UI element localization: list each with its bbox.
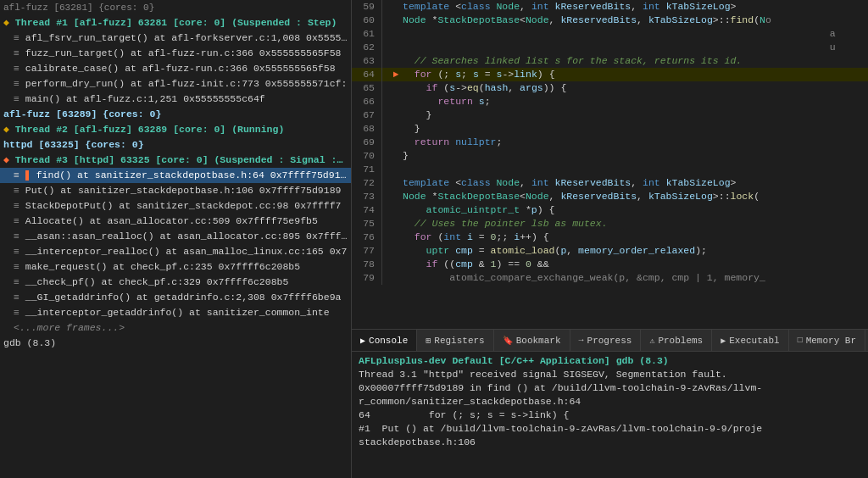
line-gutter: [389, 136, 403, 149]
code-line-77: 77 uptr cmp = atomic_load(p, memory_orde…: [352, 244, 868, 258]
code-line-72: 72template <class Node, int kReservedBit…: [352, 176, 868, 190]
tab-label-progress: Progress: [587, 336, 632, 346]
console-icon: ▶: [360, 336, 365, 346]
thread-1-arrow: ◆: [3, 17, 15, 28]
tab-memory[interactable]: □Memory Br: [789, 330, 865, 351]
frame-interceptor-realloc[interactable]: __interceptor_realloc() at asan_malloc_l…: [0, 244, 351, 259]
line-gutter: [389, 27, 403, 41]
code-line-69: 69 return nullptr;: [352, 136, 868, 149]
line-number: 73: [352, 190, 382, 203]
console-line-2: r_common/sanitizer_stackdepotbase.h:64: [359, 395, 861, 409]
tab-console[interactable]: ▶Console: [352, 330, 417, 351]
line-number: 75: [352, 217, 382, 231]
code-line-61: 61 a: [352, 27, 868, 41]
line-number: 77: [352, 244, 382, 258]
code-line-71: 71: [352, 163, 868, 176]
line-gutter: [389, 108, 403, 122]
code-content: }: [403, 122, 868, 136]
code-line-67: 67 }: [352, 108, 868, 122]
frame-main[interactable]: main() at afl-fuzz.c:1,251 0x55555555c64…: [0, 92, 351, 107]
line-gutter: [389, 258, 403, 271]
line-number: 61: [352, 27, 382, 41]
frame-put[interactable]: Put() at sanitizer_stackdepotbase.h:106 …: [0, 183, 351, 198]
code-content: }: [403, 108, 868, 122]
line-gutter: [389, 190, 403, 203]
line-number: 59: [352, 0, 382, 14]
code-line-73: 73Node *StackDepotBase<Node, kReservedBi…: [352, 190, 868, 203]
truncated-top: afl-fuzz [63281] {cores: 0}: [0, 0, 351, 15]
code-content: if (s->eq(hash, args)) {: [403, 81, 868, 95]
httpd-group: httpd [63325] {cores: 0}: [0, 137, 351, 153]
code-content: return s;: [403, 95, 868, 108]
tab-problems[interactable]: ⚠Problems: [641, 330, 712, 351]
frame-make-request[interactable]: make_request() at check_pf.c:235 0x7ffff…: [0, 259, 351, 275]
line-number: 76: [352, 231, 382, 244]
console-line-1: 0x00007ffff75d9189 in find () at /build/…: [359, 381, 861, 395]
code-editor[interactable]: 59template <class Node, int kReservedBit…: [352, 0, 868, 329]
line-gutter: [389, 244, 403, 258]
frame-asan-realloc[interactable]: __asan::asan_realloc() at asan_allocator…: [0, 229, 351, 244]
code-content: if ((cmp & 1) == 0 &&: [403, 258, 868, 271]
gdb-version: gdb (8.3): [0, 336, 351, 351]
line-number: 69: [352, 136, 382, 149]
console-line-4: #1 Put () at /build/llvm-toolchain-9-zAv…: [359, 422, 861, 436]
line-gutter: [389, 95, 403, 108]
line-gutter: [389, 122, 403, 136]
code-line-59: 59template <class Node, int kReservedBit…: [352, 0, 868, 14]
code-content: template <class Node, int kReservedBits,…: [403, 176, 868, 190]
tab-label-problems: Problems: [658, 336, 703, 346]
line-number: 67: [352, 108, 382, 122]
right-panel: 59template <class Node, int kReservedBit…: [352, 0, 868, 478]
line-number: 72: [352, 176, 382, 190]
thread-3-arrow: ◆: [3, 154, 15, 165]
line-number: 63: [352, 54, 382, 68]
tab-progress[interactable]: →Progress: [570, 330, 642, 351]
line-gutter: [389, 54, 403, 68]
code-line-74: 74 atomic_uintptr_t *p) {: [352, 203, 868, 217]
line-number: 78: [352, 258, 382, 271]
tab-registers[interactable]: ⊞Registers: [417, 330, 493, 351]
code-line-75: 75 // Uses the pointer lsb as mutex.: [352, 217, 868, 231]
tab-executable[interactable]: ▶Executabl: [712, 330, 788, 351]
thread-2-header[interactable]: ◆ Thread #2 [afl-fuzz] 63289 [core: 0] (…: [0, 122, 351, 137]
line-gutter: [389, 81, 403, 95]
console-line-0: Thread 3.1 "httpd" received signal SIGSE…: [359, 368, 861, 381]
line-gutter: [389, 14, 403, 27]
line-number: 66: [352, 95, 382, 108]
code-line-76: 76 for (int i = 0;; i++) {: [352, 231, 868, 244]
tab-bookmark[interactable]: 🔖Bookmark: [494, 330, 570, 351]
tab-label-console: Console: [369, 336, 408, 346]
frame-stackdepotput[interactable]: StackDepotPut() at sanitizer_stackdepot.…: [0, 198, 351, 214]
progress-icon: →: [579, 336, 584, 345]
console-line-5: stackdepotbase.h:106: [359, 436, 861, 449]
bookmark-icon: 🔖: [503, 336, 513, 346]
line-gutter: ►: [389, 68, 403, 81]
code-content: // Searches linked list s for the stack,…: [403, 54, 868, 68]
thread-1-header[interactable]: ◆ Thread #1 [afl-fuzz] 63281 [core: 0] (…: [0, 15, 351, 31]
selected-frame[interactable]: find() at sanitizer_stackdepotbase.h:64 …: [0, 168, 351, 183]
frame-fuzz-run[interactable]: fuzz_run_target() at afl-fuzz-run.c:366 …: [0, 46, 351, 61]
frame-allocate[interactable]: Allocate() at asan_allocator.cc:509 0x7f…: [0, 214, 351, 229]
memory-icon: □: [798, 336, 803, 345]
code-line-66: 66 return s;: [352, 95, 868, 108]
frame-check-pf[interactable]: __check_pf() at check_pf.c:329 0x7ffff6c…: [0, 275, 351, 290]
code-line-70: 70}: [352, 149, 868, 163]
frame-perform-dry[interactable]: perform_dry_run() at afl-fuzz-init.c:773…: [0, 76, 351, 92]
frame-interceptor-getaddrinfo[interactable]: __interceptor_getaddrinfo() at sanitizer…: [0, 305, 351, 320]
tab-label-bookmark: Bookmark: [516, 336, 561, 346]
code-line-78: 78 if ((cmp & 1) == 0 &&: [352, 258, 868, 271]
line-number: 74: [352, 203, 382, 217]
line-number: 65: [352, 81, 382, 95]
more-frames[interactable]: <...more frames...>: [0, 320, 351, 336]
line-gutter: [389, 271, 403, 285]
frame-getaddrinfo[interactable]: __GI_getaddrinfo() at getaddrinfo.c:2,30…: [0, 290, 351, 305]
frame-afl-fsrv[interactable]: afl_fsrv_run_target() at afl-forkserver.…: [0, 31, 351, 46]
code-content: Node *StackDepotBase<Node, kReservedBits…: [403, 190, 868, 203]
console-header: AFLplusplus-dev Default [C/C++ Applicati…: [359, 355, 861, 366]
line-gutter: [389, 149, 403, 163]
line-gutter: [389, 217, 403, 231]
line-gutter: [389, 176, 403, 190]
code-content: atomic_uintptr_t *p) {: [403, 203, 868, 217]
frame-calibrate[interactable]: calibrate_case() at afl-fuzz-run.c:366 0…: [0, 61, 351, 76]
thread-3-header[interactable]: ◆ Thread #3 [httpd] 63325 [core: 0] (Sus…: [0, 153, 351, 168]
